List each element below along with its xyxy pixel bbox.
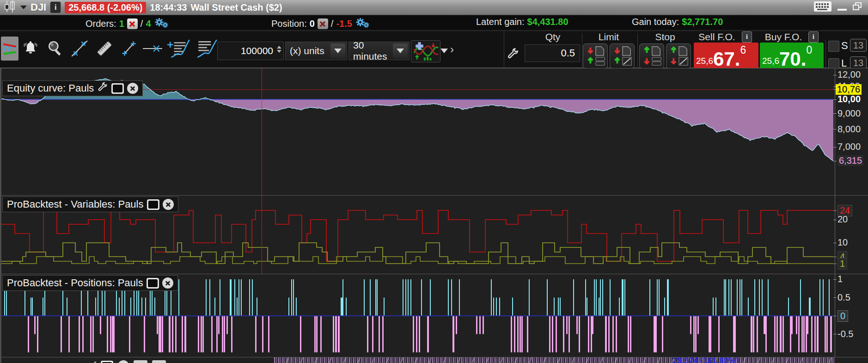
info-icon[interactable]: i [808,31,819,43]
window-icon[interactable] [101,361,113,363]
panel-title-text: ProBacktest - Positions: Pauls [7,277,143,289]
axis-label: 0.5 [837,292,850,303]
info-icon[interactable]: i [50,1,61,13]
variables-axis[interactable]: 24201041 [835,196,868,274]
add-indicator-icon[interactable] [411,40,440,62]
limit-order-edit-button[interactable] [610,43,635,68]
wrench-icon[interactable] [97,81,108,95]
quantity-input[interactable] [217,42,284,60]
close-icon[interactable] [163,199,174,210]
trendline-icon[interactable] [67,37,92,61]
axis-label: 12,00 [837,69,861,80]
sell-header-wrap: Sell F.O. [693,31,741,43]
orders-label: Orders: [86,18,116,29]
quantity-stepper[interactable] [277,46,281,53]
quote-time: 18:44:33 [150,2,187,13]
units-dropdown[interactable]: (x) units [285,42,347,60]
variables-panel: 24201041 ProBacktest - Variables: Pauls [0,195,868,274]
segment-icon[interactable] [119,37,139,61]
ruler-icon[interactable] [92,37,116,61]
price-badge: 25,668.8 (-2.06%) [65,2,146,13]
close-icon[interactable] [127,83,138,94]
axis-tick [833,334,837,334]
restore-icon[interactable] [852,2,862,13]
wrench-icon[interactable] [507,47,520,62]
orders-open-count: 1 [119,18,124,29]
axis-tick [833,316,837,316]
orders-total-count: 4 [146,18,151,29]
info-icon[interactable]: i [742,31,752,43]
chevron-down-icon[interactable] [393,43,408,58]
sell-button[interactable]: 25,6 67. 6 [694,43,758,69]
delete-order-icon[interactable] [127,18,138,29]
axis-label: 7,000 [837,142,861,152]
gain-today: Gain today: $2,771.70 [632,17,723,27]
window-icon[interactable] [147,199,159,210]
axis-tick [833,75,837,75]
sell-price-main: 67. [713,50,740,68]
equity-price-axis[interactable]: 12,0011,0010,7610,009,0008,0007,0006,315 [835,68,868,195]
horizontal-line-icon[interactable] [141,37,165,61]
close-icon[interactable] [162,277,173,289]
timeframe-selected: 30 minutes [349,40,393,62]
axis-label: 0 [837,310,848,322]
positions-panel: 10.50-0.5 ProBacktest - Positions: Pauls [0,274,868,357]
expand-arrow-icon[interactable]: › [450,43,454,56]
equity-panel-title: Equity curve: Pauls [2,80,143,96]
doc-icon[interactable] [152,360,166,363]
axis-label: 10,00 [837,94,861,105]
latent-gain: Latent gain: $4,431.80 [476,17,568,27]
stop-order-edit-button[interactable] [666,43,691,68]
stop-order-button[interactable] [639,43,664,68]
chevron-down-icon[interactable] [330,43,345,58]
axis-label: 20 [837,214,848,225]
indicator-dropdown-arrow[interactable] [440,45,448,57]
buy-price-main: 70. [779,50,806,68]
candlestick-icon[interactable] [4,0,17,15]
limit-points-value[interactable]: 13 [850,56,867,69]
chevron-down-icon[interactable] [20,6,27,9]
order-qty-input[interactable] [525,44,580,62]
zoom-icon[interactable] [44,37,66,61]
panel-title-text: ProBacktest - Variables: Pauls [7,198,144,210]
stop-checkbox[interactable] [828,41,839,52]
axis-tick [833,264,837,264]
close-position-icon[interactable] [318,18,328,29]
keyboard-icon[interactable] [813,1,832,14]
backtest-list-icon[interactable] [166,37,193,61]
axis-label: 8,000 [837,124,861,135]
alarm-bell-icon[interactable] [20,37,41,61]
stop-checkbox-label: S [841,40,848,52]
positions-axis[interactable]: 10.50-0.5 [835,274,868,357]
axis-label: 6,315 [837,155,863,166]
instrument-symbol: DJI [31,1,46,13]
window-icon[interactable] [111,83,124,94]
trading-platform-window: DJI i 25,668.8 (-2.06%) 18:44:33 Wall St… [0,0,868,363]
axis-tick [833,147,837,148]
indicator-chart-icon[interactable] [1,37,18,61]
window-icon[interactable] [147,278,159,289]
orders-status: Orders: 1 / 4 [86,17,169,31]
limit-order-button[interactable] [583,43,608,68]
gain-today-value: $2,771.70 [682,17,723,27]
timeframe-dropdown[interactable]: 30 minutes [348,42,410,60]
close-icon[interactable] [118,360,129,363]
title-bar: DJI i 25,668.8 (-2.06%) 18:44:33 Wall St… [0,0,868,15]
panel-title-text: Equity curve: Pauls [7,82,94,94]
sell-price-prefix: 25,6 [696,56,713,66]
backtest-curve-icon[interactable] [195,37,219,61]
doc-icon[interactable] [134,360,147,363]
settings-gears-icon[interactable] [154,17,169,31]
gain-today-label: Gain today: [632,17,679,27]
sell-header: Sell F.O. [698,31,735,43]
price-chart-sliver[interactable] [274,357,835,363]
latent-gain-label: Latent gain: [476,17,525,27]
stop-points-value[interactable]: 13 [850,39,867,52]
brace-icon: { [93,360,96,363]
axis-label: 10 [837,237,848,248]
buy-button[interactable]: 25,6 70. 0 [760,43,824,69]
price-panel-clipped: 29,374 (161.80%) { [0,357,868,363]
axis-tick [833,129,837,129]
minimize-icon[interactable] [837,9,847,11]
settings-gears-icon[interactable] [355,17,370,31]
